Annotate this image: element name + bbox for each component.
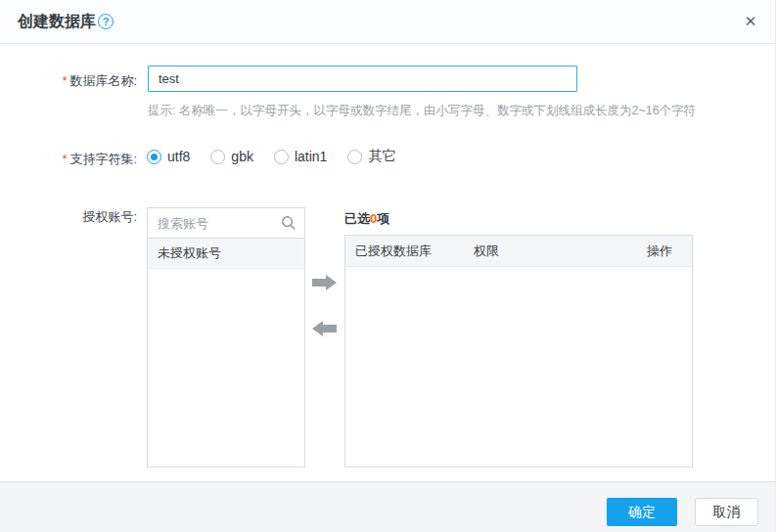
- unauthorized-list-body[interactable]: [148, 269, 304, 466]
- dialog-title: 创建数据库: [18, 0, 96, 43]
- authorized-table-header: 已授权数据库 权限 操作: [345, 236, 692, 267]
- dialog-footer: 确定 取消: [0, 481, 775, 532]
- unauthorized-list-header: 未授权账号: [148, 239, 304, 269]
- radio-other[interactable]: 其它: [347, 148, 395, 165]
- search-icon[interactable]: [281, 215, 297, 231]
- create-database-dialog: 创建数据库 ? ✕ *数据库名称: 提示: 名称唯一，以字母开头，以字母或数字结…: [0, 0, 776, 532]
- col-privilege: 权限: [474, 243, 637, 260]
- help-icon[interactable]: ?: [98, 14, 114, 29]
- account-search-row: [148, 208, 304, 239]
- radio-utf8[interactable]: utf8: [147, 149, 190, 164]
- unauthorized-accounts-panel: 未授权账号: [147, 207, 305, 467]
- col-authorized-db: 已授权数据库: [345, 243, 474, 260]
- radio-unchecked-icon[interactable]: [274, 150, 289, 164]
- authorized-accounts-panel: 已授权数据库 权限 操作: [344, 235, 693, 467]
- charset-label: *支持字符集:: [0, 151, 137, 168]
- radio-checked-icon[interactable]: [147, 150, 161, 164]
- radio-gbk[interactable]: gbk: [210, 149, 253, 164]
- db-name-label: *数据库名称:: [0, 72, 137, 90]
- radio-latin1[interactable]: latin1: [274, 149, 327, 164]
- transfer-left-arrow-icon[interactable]: [312, 320, 338, 336]
- account-label: 授权账号:: [0, 208, 137, 226]
- ok-button[interactable]: 确定: [607, 498, 677, 526]
- required-asterisk: *: [63, 153, 68, 166]
- dialog-header: 创建数据库 ? ✕: [0, 0, 775, 44]
- selected-count-summary: 已选0项: [344, 210, 389, 228]
- cancel-button[interactable]: 取消: [695, 498, 758, 526]
- radio-unchecked-icon[interactable]: [347, 150, 362, 164]
- col-action: 操作: [637, 243, 692, 260]
- charset-radio-group: utf8 gbk latin1 其它: [147, 148, 416, 165]
- close-icon[interactable]: ✕: [742, 13, 759, 30]
- db-name-input[interactable]: [148, 66, 577, 92]
- required-asterisk: *: [63, 74, 68, 88]
- db-name-hint: 提示: 名称唯一，以字母开头，以字母或数字结尾，由小写字母、数字或下划线组成长度…: [148, 103, 696, 119]
- transfer-right-arrow-icon[interactable]: [312, 274, 338, 290]
- radio-unchecked-icon[interactable]: [210, 150, 225, 164]
